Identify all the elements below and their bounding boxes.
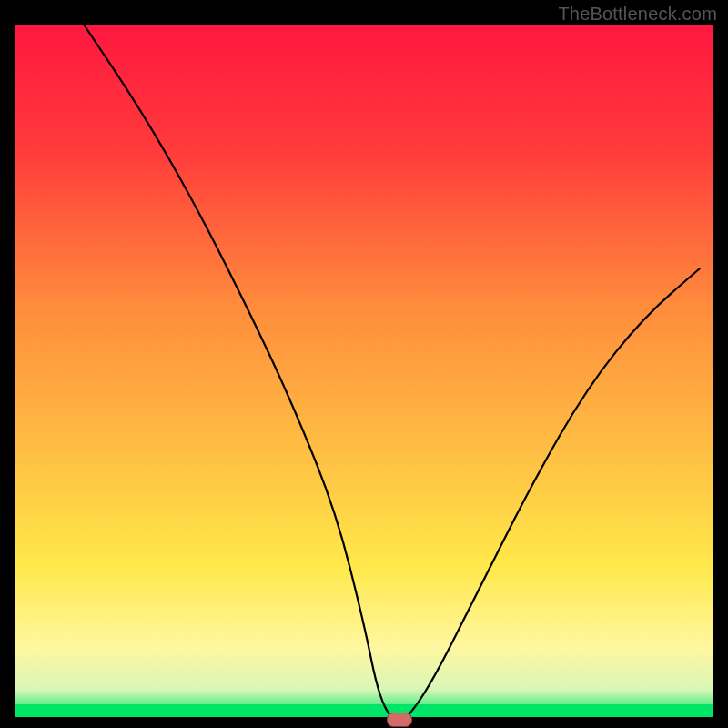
optimal-point-marker	[387, 713, 412, 727]
black-baseline	[15, 717, 713, 721]
plot-area	[15, 25, 713, 717]
chart-svg	[0, 0, 728, 728]
green-baseline-strip	[15, 704, 713, 717]
watermark-text: TheBottleneck.com	[558, 4, 717, 25]
chart-frame: TheBottleneck.com	[0, 0, 728, 728]
